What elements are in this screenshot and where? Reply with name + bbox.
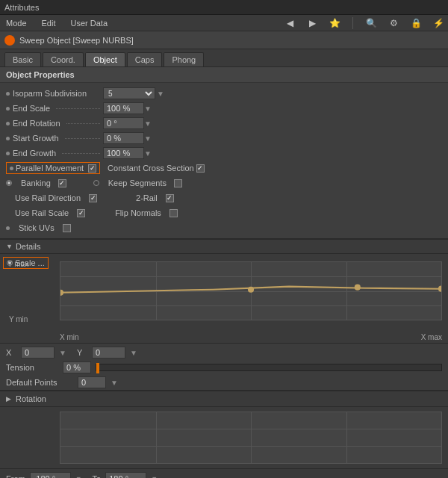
default-points-input[interactable] <box>78 376 106 388</box>
banking-label: Banking <box>21 179 51 187</box>
default-points-row: Default Points ▼ <box>0 375 448 390</box>
rot-grid-v2 <box>251 412 252 463</box>
settings-icon[interactable]: ⚙ <box>387 16 400 30</box>
title-bar-label: Attributes <box>4 3 39 12</box>
title-bar: Attributes <box>0 0 448 15</box>
tab-coord[interactable]: Coord. <box>43 52 84 66</box>
scale-box: Scale ... <box>3 257 49 269</box>
details-header[interactable]: ▼ Details <box>0 239 448 254</box>
prop-label-startgrowth: Start Growth <box>6 134 103 143</box>
lock-icon[interactable]: 🔒 <box>409 16 423 30</box>
object-icon <box>4 35 15 46</box>
parallel-movement-label: Parallel Movement <box>16 164 84 173</box>
section-heading: Object Properties <box>0 67 448 83</box>
scale-label-box: Scale ... <box>3 257 49 269</box>
banking-checkbox[interactable] <box>58 179 66 187</box>
rotation-graph-inner[interactable] <box>60 412 442 464</box>
object-title-bar: Sweep Object [Sweep NURBS] <box>0 31 448 49</box>
flip-normals-label: Flip Normals <box>115 208 161 217</box>
to-input[interactable] <box>105 472 146 479</box>
tension-row: Tension <box>0 360 448 375</box>
tab-object[interactable]: Object <box>85 52 125 66</box>
from-label: From <box>6 474 25 479</box>
y-input[interactable] <box>92 347 125 358</box>
y-label: Y <box>77 348 87 357</box>
stick-uvs-label: Stick UVs <box>19 223 55 232</box>
details-collapse-arrow: ▼ <box>6 243 13 250</box>
xmin-label: X min <box>60 333 79 341</box>
properties-area: Isoparm Subdivision 5 ▼ End Scale ▼ End … <box>0 83 448 238</box>
tab-caps[interactable]: Caps <box>127 52 163 66</box>
parallel-movement-checkbox[interactable] <box>88 164 96 173</box>
tension-bar[interactable] <box>96 364 442 371</box>
use-rail-direction-label: Use Rail Direction <box>15 193 81 202</box>
parallel-bullet <box>10 167 13 170</box>
prop-input-endrotation[interactable] <box>103 117 144 129</box>
scale-graph-inner[interactable] <box>60 261 442 320</box>
tension-label: Tension <box>6 363 58 372</box>
ymin-label: Y min <box>9 315 28 323</box>
xy-row: X ▼ Y ▼ <box>0 345 448 360</box>
tworail-checkbox[interactable] <box>166 194 174 202</box>
prop-label-endrotation: End Rotation <box>6 119 103 128</box>
rotation-graph-area <box>0 407 448 468</box>
to-label: To <box>93 474 102 479</box>
to-arrow: ▼ <box>151 475 158 479</box>
x-input[interactable] <box>21 347 55 358</box>
constant-cross-section-checkbox[interactable] <box>196 164 205 173</box>
xmax-label: X max <box>421 333 442 341</box>
from-to-row: From ▼ To ▼ <box>0 468 448 478</box>
menu-edit[interactable]: Edit <box>39 17 59 29</box>
search-icon[interactable]: 🔍 <box>364 16 378 30</box>
parallel-movement-box: Parallel Movement <box>6 162 100 174</box>
prop-input-startgrowth[interactable] <box>103 132 144 144</box>
keepsegments-label: Keep Segments <box>108 179 167 187</box>
prop-dropdown-isoparm[interactable]: 5 <box>103 87 155 99</box>
constant-cross-section-label: Constant Cross Section <box>108 164 194 173</box>
banking-radio[interactable] <box>6 180 12 186</box>
svg-point-1 <box>248 287 254 293</box>
power-icon[interactable]: ⚡ <box>432 16 445 30</box>
undo-icon[interactable]: ◀ <box>283 16 296 30</box>
scale-radio[interactable] <box>7 260 13 266</box>
from-input[interactable] <box>30 472 71 479</box>
scale-graph-area: Scale ... Y max Y min X min X max <box>0 254 448 344</box>
prop-row-startgrowth: Start Growth ▼ <box>0 131 448 146</box>
object-title-text: Sweep Object [Sweep NURBS] <box>19 36 134 45</box>
menu-mode[interactable]: Mode <box>3 17 30 29</box>
keepsegments-checkbox[interactable] <box>174 179 182 187</box>
svg-point-2 <box>355 285 361 291</box>
rot-grid-v3 <box>346 412 347 463</box>
tabs-bar: Basic Coord. Object Caps Phong <box>0 49 448 67</box>
prop-label-isoparm: Isoparm Subdivision <box>6 89 103 98</box>
tab-phong[interactable]: Phong <box>164 52 204 66</box>
rotation-collapse-arrow: ▶ <box>6 395 11 403</box>
menu-userdata[interactable]: User Data <box>68 17 111 29</box>
flip-normals-checkbox[interactable] <box>169 209 178 217</box>
rotation-header[interactable]: ▶ Rotation <box>0 391 448 407</box>
prop-row-endscale: End Scale ▼ <box>0 101 448 116</box>
svg-point-0 <box>60 290 63 296</box>
x-label: X <box>6 348 16 357</box>
rotation-label: Rotation <box>16 394 46 403</box>
default-points-label: Default Points <box>6 378 73 387</box>
prop-input-endscale[interactable] <box>103 102 144 114</box>
use-rail-direction-checkbox[interactable] <box>89 194 97 202</box>
keepsegments-radio[interactable] <box>93 180 99 186</box>
use-rail-direction-row: Use Rail Direction 2-Rail <box>0 190 448 205</box>
menu-bar: Mode Edit User Data ◀ ▶ ⭐ 🔍 ⚙ 🔒 ⚡ <box>0 15 448 31</box>
redo-icon[interactable]: ▶ <box>305 16 319 30</box>
star-icon[interactable]: ⭐ <box>328 16 341 30</box>
from-arrow: ▼ <box>75 475 82 479</box>
prop-input-endgrowth[interactable] <box>103 147 144 159</box>
stick-uvs-checkbox[interactable] <box>63 224 71 232</box>
prop-label-endgrowth: End Growth <box>6 149 103 158</box>
details-label: Details <box>16 242 41 251</box>
tension-input[interactable] <box>63 361 91 373</box>
use-rail-scale-checkbox[interactable] <box>77 209 85 217</box>
tab-basic[interactable]: Basic <box>4 52 41 66</box>
banking-row: Banking Keep Segments <box>0 176 448 190</box>
prop-label-endscale: End Scale <box>6 104 103 113</box>
use-rail-scale-label: Use Rail Scale <box>15 208 69 217</box>
use-rail-scale-row: Use Rail Scale Flip Normals <box>0 205 448 220</box>
